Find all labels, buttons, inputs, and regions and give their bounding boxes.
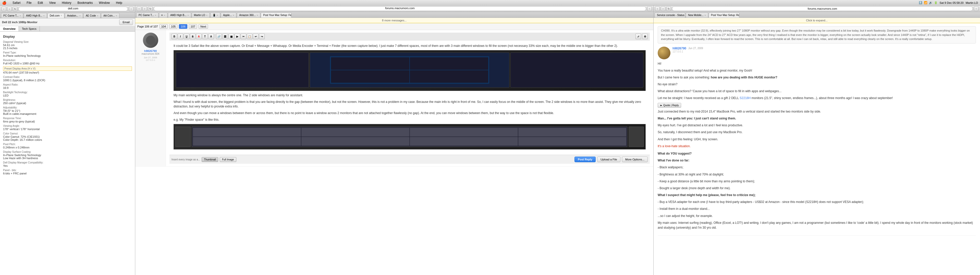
done3: - Keep a good distance (a little bit mor…: [658, 179, 976, 184]
tab-forum-amazon[interactable]: Amazon 360...×: [237, 13, 260, 17]
settings-button[interactable]: ⚙: [642, 33, 648, 39]
apple-menu[interactable]: 🍎: [2, 1, 6, 5]
email-button[interactable]: Email: [119, 19, 133, 25]
file-menu[interactable]: File: [25, 1, 32, 5]
suggest-title: What do YOU suggest?: [658, 151, 976, 156]
page-105[interactable]: 105: [169, 24, 177, 29]
forum-forward[interactable]: ›: [142, 6, 147, 11]
image-button[interactable]: 🖼: [222, 33, 228, 39]
media-button[interactable]: ▶: [234, 33, 240, 39]
forward-button[interactable]: ›: [7, 6, 12, 11]
refresh-button[interactable]: ↻: [13, 6, 18, 11]
upload-file-button[interactable]: Upload a File: [597, 156, 620, 162]
more-options-button[interactable]: More Options...: [622, 156, 648, 162]
menu-bar: 🍎 Safari File Edit View History Bookmark…: [0, 0, 980, 6]
line7: Man... I've gotta tell you: I just can't…: [658, 116, 976, 121]
tab-overview[interactable]: Overview: [0, 26, 19, 31]
surface-coating-row: Display Surface Coating: In-Plane Switch…: [3, 150, 132, 160]
tab-tech-specs[interactable]: Tech Specs: [19, 26, 40, 31]
font-size-button[interactable]: T: [202, 33, 208, 39]
thread-back[interactable]: ‹: [655, 6, 660, 11]
thread-toolbar: ‹ › ↻ forums.macrumors.com ↑: [654, 6, 980, 12]
tab-pc-game[interactable]: PC Game T...×: [1, 13, 23, 18]
main-content: ‹ › ↻ dell.com ↑ PC Game T...× AMD High …: [0, 6, 980, 275]
expand-button[interactable]: ⤢: [635, 33, 641, 39]
bookmarks-menu[interactable]: Bookmarks: [76, 1, 94, 5]
tab-dell[interactable]: Dell.com×: [48, 13, 64, 18]
share-button[interactable]: ↑: [129, 6, 134, 11]
underline-button[interactable]: U: [184, 33, 189, 39]
suspect-title: What I suspect that might help me (pleas…: [658, 193, 976, 198]
line8: My eyes hurt. I've got distracted a lot …: [658, 123, 976, 128]
paste-button[interactable]: 📋: [247, 33, 252, 39]
font-color-button[interactable]: A: [196, 33, 202, 39]
tab-forum-apple[interactable]: Apple...×: [221, 13, 236, 17]
thread-username[interactable]: h9826790: [673, 47, 686, 50]
edit-menu[interactable]: Edit: [37, 1, 44, 5]
composer-toolbar: B I U S A T A 🔗 🖼 ▦ ▶ ✂ 📋 ↩: [169, 33, 650, 41]
post-reply-button[interactable]: Post Reply: [574, 156, 596, 162]
back-button[interactable]: ‹: [2, 6, 6, 11]
dell-browser-toolbar: ‹ › ↻ dell.com ↑: [0, 6, 135, 13]
table-button[interactable]: ▦: [228, 33, 234, 39]
tab-forum-mobile[interactable]: 📱×: [210, 13, 220, 17]
thread-forward[interactable]: ›: [661, 6, 665, 11]
username: h9826790: [138, 49, 163, 52]
window-menu[interactable]: Window: [98, 1, 111, 5]
page-107[interactable]: 107: [189, 24, 197, 29]
tab-forum-martin[interactable]: Martin LO×: [192, 13, 210, 17]
notif-bar[interactable]: 8 more messages...: [135, 18, 653, 23]
help-menu[interactable]: Help: [115, 1, 123, 5]
forum-refresh[interactable]: ↻: [148, 6, 153, 11]
thumbnail-button[interactable]: Thumbnail: [202, 157, 218, 162]
forum-back[interactable]: ‹: [137, 6, 142, 11]
page-next[interactable]: Next: [199, 24, 208, 29]
tab-forum-1[interactable]: PC Game T...×: [136, 13, 159, 17]
align-button[interactable]: A: [208, 33, 214, 39]
dell-tab-bar: PC Game T...× AMD High B...× Dell.com× A…: [0, 13, 135, 18]
thread-notif-bar[interactable]: Click to expand...: [654, 18, 980, 23]
page-106[interactable]: 106: [179, 24, 187, 29]
link-button[interactable]: 🔗: [216, 33, 222, 39]
forum-nav: Page 106 of 107 104 105 106 107 Next: [135, 23, 653, 30]
page-104[interactable]: 104: [159, 24, 168, 29]
tab-thread-2[interactable]: New Mobile...×: [686, 13, 708, 17]
tab-amd[interactable]: AMD High B...×: [24, 13, 47, 18]
tab-forum-2[interactable]: ≡×: [159, 13, 167, 17]
thread-refresh[interactable]: ↻: [667, 6, 671, 11]
display-section-title: Display: [3, 35, 132, 38]
full-image-button[interactable]: Full Image: [220, 157, 236, 162]
composer-footer: Insert every image as a... Thumbnail Ful…: [169, 155, 650, 164]
tab-forum-active[interactable]: Post Your Mac Setup: Fed...×: [261, 13, 291, 17]
tab-forum-amd[interactable]: AMD High B...×: [168, 13, 191, 17]
thread-url-bar[interactable]: forums.macrumors.com: [672, 6, 973, 11]
view-menu[interactable]: View: [48, 1, 57, 5]
tab-ae[interactable]: AE Code×: [83, 13, 100, 18]
forum-toolbar: ‹ › ↻ forums.macrumors.com ↑: [135, 6, 653, 12]
history-menu[interactable]: History: [61, 1, 72, 5]
tab-aviation[interactable]: Aviation...×: [65, 13, 83, 18]
done1: - Black wallpapers;: [658, 165, 976, 170]
safari-menu[interactable]: Safari: [11, 1, 21, 5]
tab-thread-1[interactable]: Service console - Status×: [655, 13, 685, 17]
s2218h-link[interactable]: S2218H: [740, 96, 751, 100]
post-meta: h9826790 Jun 27, 2009 127.0.0.1: [673, 47, 976, 53]
forum-content: h9826790 macrumors 604 Jun 27, 2009 127.…: [135, 30, 653, 275]
menubar-right: ⬆️ 📶 🔊 🔋 Sat 9 Dec 05:58:20 Martin LO: [919, 1, 978, 4]
bold-button[interactable]: B: [172, 33, 177, 39]
thread-share[interactable]: ↑: [974, 6, 978, 11]
quote-reply-button[interactable]: ► Quote | Reply: [658, 103, 681, 108]
contrast-row: Contrast Ratio: 1000:1 (typical), 8 mill…: [3, 76, 132, 82]
italic-button[interactable]: I: [178, 33, 183, 39]
strikethrough-button[interactable]: S: [190, 33, 196, 39]
forum-share[interactable]: ↑: [647, 6, 652, 11]
redo-button[interactable]: ↪: [259, 33, 265, 39]
username: Martin LO: [966, 1, 978, 4]
diagonal-row: Diagonal Viewing Size: 54.61 cm 21.5 inc…: [3, 41, 132, 50]
tab-aa[interactable]: AA Coin...×: [101, 13, 119, 18]
dell-url-bar[interactable]: dell.com: [18, 6, 128, 11]
undo-button[interactable]: ↩: [253, 33, 259, 39]
forum-url-bar[interactable]: forums.macrumors.com: [154, 6, 646, 11]
tab-thread-active[interactable]: Post Your Mac Setup: Ret...×: [709, 13, 739, 17]
cut-button[interactable]: ✂: [241, 33, 246, 39]
